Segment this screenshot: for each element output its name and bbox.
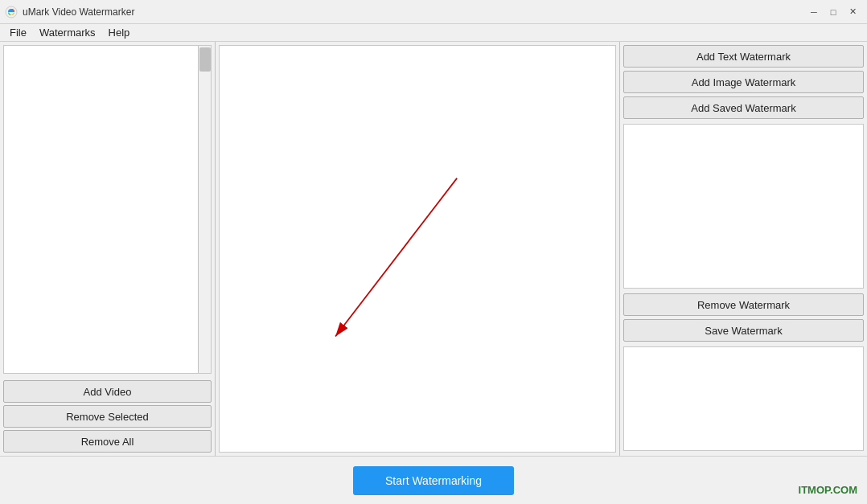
title-bar-left: uMark Video Watermarker (5, 6, 134, 18)
bottom-bar: Start Watermarking ITMOP.COM (0, 456, 867, 504)
remove-watermark-button[interactable]: Remove Watermark (623, 293, 864, 316)
minimize-button[interactable]: ─ (806, 4, 822, 20)
app-icon (5, 6, 18, 18)
title-bar: uMark Video Watermarker ─ □ ✕ (0, 0, 867, 24)
video-list-area[interactable] (3, 45, 212, 374)
preview-area (219, 45, 616, 453)
add-text-watermark-button[interactable]: Add Text Watermark (623, 45, 864, 68)
add-saved-watermark-button[interactable]: Add Saved Watermark (623, 96, 864, 119)
menu-file[interactable]: File (3, 25, 33, 40)
main-content: Add Video Remove Selected Remove All Add… (0, 42, 867, 456)
menu-bar: File Watermarks Help (0, 24, 867, 42)
watermark-preview-small (623, 346, 864, 451)
app-title: uMark Video Watermarker (23, 6, 134, 18)
scrollbar-thumb[interactable] (199, 47, 211, 72)
left-panel: Add Video Remove Selected Remove All (0, 42, 216, 456)
menu-help[interactable]: Help (102, 25, 137, 40)
watermark-preview-area (623, 124, 864, 289)
brand-label: ITMOP.COM (799, 484, 857, 496)
maximize-button[interactable]: □ (825, 4, 841, 20)
remove-all-button[interactable]: Remove All (3, 430, 212, 453)
close-button[interactable]: ✕ (844, 4, 861, 20)
scrollbar[interactable] (198, 46, 211, 373)
center-panel (216, 42, 619, 456)
start-watermarking-button[interactable]: Start Watermarking (353, 466, 514, 495)
add-video-button[interactable]: Add Video (3, 380, 212, 403)
video-buttons: Add Video Remove Selected Remove All (0, 377, 215, 456)
arrow-svg (220, 46, 615, 452)
window-controls: ─ □ ✕ (806, 4, 861, 20)
menu-watermarks[interactable]: Watermarks (33, 25, 102, 40)
svg-line-2 (335, 178, 457, 337)
remove-selected-button[interactable]: Remove Selected (3, 405, 212, 428)
add-image-watermark-button[interactable]: Add Image Watermark (623, 71, 864, 93)
right-panel: Add Text Watermark Add Image Watermark A… (619, 42, 867, 456)
save-watermark-button[interactable]: Save Watermark (623, 319, 864, 342)
